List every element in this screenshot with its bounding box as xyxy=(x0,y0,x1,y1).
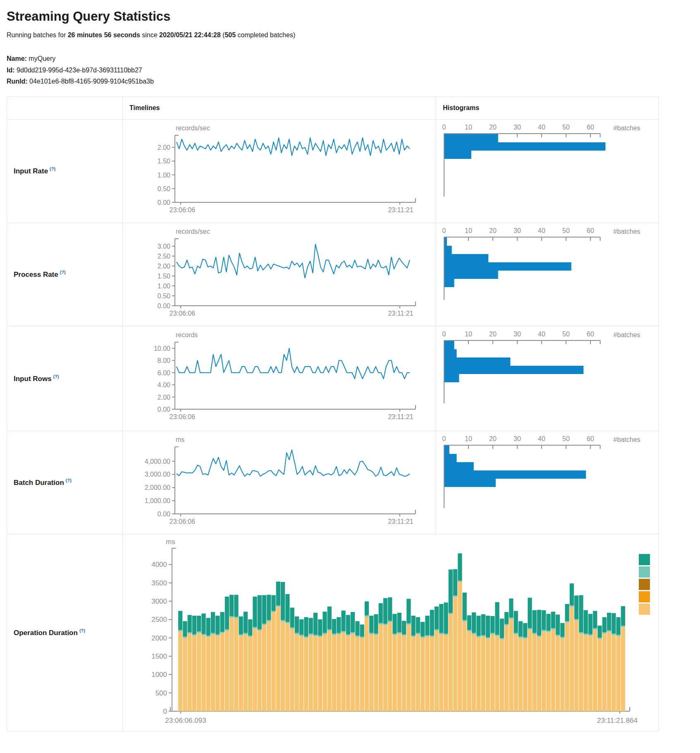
svg-text:50: 50 xyxy=(562,227,570,234)
svg-text:10.00: 10.00 xyxy=(154,345,170,352)
svg-text:23:11:21.864: 23:11:21.864 xyxy=(597,717,638,724)
summary-suffix: completed batches) xyxy=(236,31,295,38)
svg-text:30: 30 xyxy=(514,124,521,131)
batch-duration-help-icon[interactable]: (?) xyxy=(66,478,72,483)
query-id-line: Id: 9d0dd219-995d-423e-b97d-36931110bb27 xyxy=(7,67,142,74)
svg-text:2.50: 2.50 xyxy=(158,253,170,260)
input-rate-help-icon[interactable]: (?) xyxy=(50,166,55,171)
running-batches-summary: Running batches for 26 minutes 56 second… xyxy=(7,31,693,39)
svg-text:0: 0 xyxy=(442,227,446,234)
svg-text:20: 20 xyxy=(489,124,497,131)
svg-text:records/sec: records/sec xyxy=(176,228,210,235)
svg-text:0.50: 0.50 xyxy=(158,293,170,300)
metric-label-process-rate: Process Rate(?) xyxy=(7,223,123,326)
svg-text:23:06:06: 23:06:06 xyxy=(170,518,195,525)
svg-text:2500: 2500 xyxy=(151,616,167,624)
svg-text:8.00: 8.00 xyxy=(158,357,170,364)
svg-text:2000: 2000 xyxy=(151,634,167,642)
metric-label-input-rows: Input Rows(?) xyxy=(7,326,123,431)
svg-text:40: 40 xyxy=(538,227,545,234)
batch-duration-histogram-chart: 0102030405060#batches xyxy=(436,431,659,534)
svg-text:3500: 3500 xyxy=(151,579,167,587)
input-rows-histogram-chart: 0102030405060#batches xyxy=(436,326,659,431)
timeline-svg: records0.002.004.006.008.0010.0023:06:06… xyxy=(124,328,432,424)
svg-text:23:11:21: 23:11:21 xyxy=(388,413,413,420)
svg-text:4000: 4000 xyxy=(151,561,167,568)
svg-text:records/sec: records/sec xyxy=(176,125,210,132)
query-id-value: 9d0dd219-995d-423e-b97d-36931110bb27 xyxy=(17,67,142,74)
input-rows-help-icon[interactable]: (?) xyxy=(53,374,59,379)
svg-text:23:11:21: 23:11:21 xyxy=(388,518,413,525)
legend-swatch-tan xyxy=(639,604,650,615)
svg-text:0: 0 xyxy=(163,707,167,715)
svg-text:20: 20 xyxy=(489,331,497,338)
process-rate-timeline-chart: records/sec0.000.501.001.502.002.503.002… xyxy=(123,223,436,326)
svg-text:0: 0 xyxy=(442,331,446,338)
svg-text:0.00: 0.00 xyxy=(158,406,170,413)
svg-text:2,000.00: 2,000.00 xyxy=(145,484,170,491)
svg-text:1500: 1500 xyxy=(151,652,167,660)
metric-label-input-rate: Input Rate(?) xyxy=(7,119,123,223)
streaming-query-statistics-page: Streaming Query Statistics Running batch… xyxy=(0,0,700,735)
svg-text:ms: ms xyxy=(166,538,175,546)
operation-duration-help-icon[interactable]: (?) xyxy=(79,628,85,633)
batch-duration-timeline-chart: ms0.001,000.002,000.003,000.004,000.0023… xyxy=(123,431,436,534)
svg-text:2.00: 2.00 xyxy=(158,144,170,151)
summary-since: since xyxy=(140,31,159,38)
svg-text:60: 60 xyxy=(587,227,594,234)
process-rate-help-icon[interactable]: (?) xyxy=(60,270,66,275)
summary-batch-count: 505 xyxy=(225,31,236,38)
svg-text:60: 60 xyxy=(587,435,594,442)
svg-text:50: 50 xyxy=(562,435,570,442)
query-name-label: Name: xyxy=(7,55,27,62)
summary-open-paren: ( xyxy=(221,31,225,38)
svg-text:40: 40 xyxy=(538,124,545,131)
svg-text:3.00: 3.00 xyxy=(158,243,170,250)
histogram-svg: 0102030405060#batches xyxy=(438,433,659,529)
svg-text:60: 60 xyxy=(587,124,594,131)
svg-text:4,000.00: 4,000.00 xyxy=(145,458,170,465)
histogram-svg: 0102030405060#batches xyxy=(438,225,659,321)
svg-text:23:11:21: 23:11:21 xyxy=(388,310,413,317)
svg-text:30: 30 xyxy=(514,227,521,234)
svg-text:#batches: #batches xyxy=(614,228,640,235)
svg-text:30: 30 xyxy=(514,435,521,442)
query-name-line: Name: myQuery xyxy=(7,55,55,62)
table-row-operation-duration: Operation Duration(?) ms0500100015002000… xyxy=(7,534,659,731)
svg-text:1000: 1000 xyxy=(151,671,167,679)
svg-text:0: 0 xyxy=(442,435,446,442)
summary-duration: 26 minutes 56 seconds xyxy=(68,31,140,38)
svg-text:50: 50 xyxy=(562,124,570,131)
query-metadata: Name: myQuery Id: 9d0dd219-995d-423e-b97… xyxy=(7,53,693,87)
svg-text:60: 60 xyxy=(587,331,594,338)
svg-text:10: 10 xyxy=(465,331,472,338)
svg-text:6.00: 6.00 xyxy=(158,369,170,376)
query-runid-label: RunId: xyxy=(7,78,28,85)
svg-text:0.00: 0.00 xyxy=(158,511,170,518)
timeline-svg: records/sec0.000.501.001.502.002.503.002… xyxy=(124,225,432,321)
svg-text:23:06:06: 23:06:06 xyxy=(170,413,195,420)
svg-text:1,000.00: 1,000.00 xyxy=(145,497,170,504)
svg-text:2.00: 2.00 xyxy=(158,393,170,400)
svg-text:40: 40 xyxy=(538,331,545,338)
svg-text:0.00: 0.00 xyxy=(158,199,170,206)
svg-text:1.00: 1.00 xyxy=(158,171,170,178)
svg-text:23:11:21: 23:11:21 xyxy=(388,206,413,213)
page-title: Streaming Query Statistics xyxy=(7,9,693,24)
operation-duration-svg: ms0500100015002000250030003500400023:06:… xyxy=(124,536,660,729)
query-runid-line: RunId: 04e101e6-8bf8-4165-9099-9104c951b… xyxy=(7,78,154,85)
svg-text:10: 10 xyxy=(465,435,472,442)
svg-text:ms: ms xyxy=(176,436,184,443)
legend-swatch-brown xyxy=(639,579,650,590)
svg-text:10: 10 xyxy=(465,227,472,234)
metric-label-batch-duration: Batch Duration(?) xyxy=(7,431,123,534)
timeline-svg: records/sec0.000.501.001.502.0023:06:062… xyxy=(124,121,432,217)
svg-text:2.00: 2.00 xyxy=(158,263,170,270)
svg-text:1.50: 1.50 xyxy=(158,273,170,280)
svg-text:0: 0 xyxy=(442,124,446,131)
svg-text:1.00: 1.00 xyxy=(158,283,170,290)
svg-text:23:06:06: 23:06:06 xyxy=(170,310,195,317)
statistics-table: Timelines Histograms Input Rate(?) recor… xyxy=(7,96,659,731)
svg-text:40: 40 xyxy=(538,435,545,442)
svg-text:4.00: 4.00 xyxy=(158,381,170,388)
